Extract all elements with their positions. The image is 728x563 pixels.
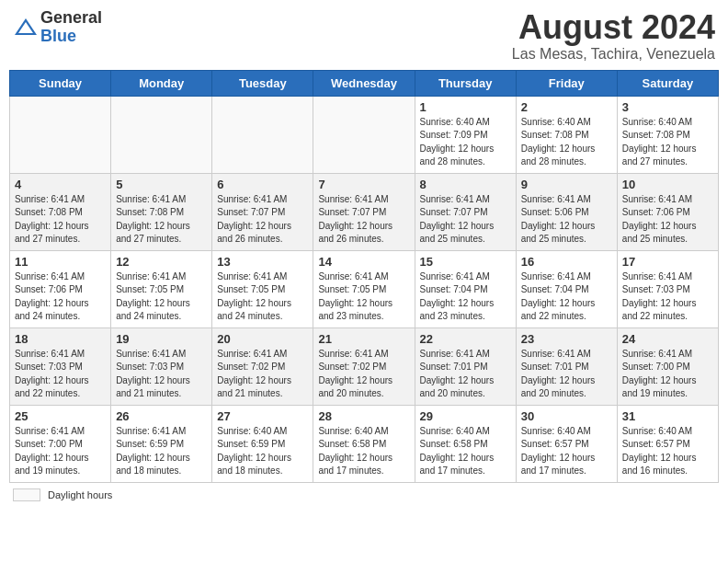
calendar-table: SundayMondayTuesdayWednesdayThursdayFrid…: [9, 70, 719, 483]
day-info: Sunrise: 6:41 AM Sunset: 7:07 PM Dayligh…: [217, 193, 308, 247]
calendar-cell: 17Sunrise: 6:41 AM Sunset: 7:03 PM Dayli…: [617, 250, 718, 327]
calendar-week-row: 1Sunrise: 6:40 AM Sunset: 7:09 PM Daylig…: [10, 96, 719, 173]
calendar-cell: 11Sunrise: 6:41 AM Sunset: 7:06 PM Dayli…: [10, 250, 111, 327]
logo: General Blue: [13, 9, 102, 46]
day-number: 19: [116, 332, 207, 346]
calendar-week-row: 11Sunrise: 6:41 AM Sunset: 7:06 PM Dayli…: [10, 250, 719, 327]
calendar-cell: 23Sunrise: 6:41 AM Sunset: 7:01 PM Dayli…: [516, 327, 617, 405]
day-number: 12: [116, 255, 207, 269]
calendar-cell: 7Sunrise: 6:41 AM Sunset: 7:07 PM Daylig…: [313, 173, 415, 250]
weekday-header-tuesday: Tuesday: [212, 70, 313, 96]
day-number: 31: [622, 409, 713, 423]
calendar-cell: 22Sunrise: 6:41 AM Sunset: 7:01 PM Dayli…: [415, 327, 516, 405]
day-info: Sunrise: 6:40 AM Sunset: 6:57 PM Dayligh…: [622, 425, 713, 478]
calendar-cell: 10Sunrise: 6:41 AM Sunset: 7:06 PM Dayli…: [617, 173, 718, 250]
day-info: Sunrise: 6:41 AM Sunset: 7:03 PM Dayligh…: [15, 348, 106, 401]
month-title: August 2024: [512, 9, 715, 46]
calendar-cell: 21Sunrise: 6:41 AM Sunset: 7:02 PM Dayli…: [313, 327, 415, 405]
calendar-cell: 20Sunrise: 6:41 AM Sunset: 7:02 PM Dayli…: [212, 327, 313, 405]
day-info: Sunrise: 6:40 AM Sunset: 7:09 PM Dayligh…: [420, 116, 511, 169]
day-number: 3: [622, 100, 713, 114]
day-info: Sunrise: 6:41 AM Sunset: 7:00 PM Dayligh…: [622, 348, 713, 401]
calendar-cell: 31Sunrise: 6:40 AM Sunset: 6:57 PM Dayli…: [617, 405, 718, 482]
calendar-cell: [313, 96, 415, 173]
day-number: 25: [15, 409, 106, 423]
day-number: 13: [217, 255, 308, 269]
location-subtitle: Las Mesas, Tachira, Venezuela: [512, 46, 715, 63]
day-number: 16: [521, 255, 612, 269]
weekday-header-row: SundayMondayTuesdayWednesdayThursdayFrid…: [10, 70, 719, 96]
day-info: Sunrise: 6:41 AM Sunset: 5:06 PM Dayligh…: [521, 193, 612, 247]
day-number: 29: [420, 409, 511, 423]
day-number: 10: [622, 178, 713, 191]
day-number: 1: [420, 100, 511, 114]
calendar-cell: 24Sunrise: 6:41 AM Sunset: 7:00 PM Dayli…: [617, 327, 718, 405]
calendar-cell: 30Sunrise: 6:40 AM Sunset: 6:57 PM Dayli…: [516, 405, 617, 482]
calendar-cell: [212, 96, 313, 173]
day-info: Sunrise: 6:41 AM Sunset: 7:02 PM Dayligh…: [318, 348, 409, 401]
day-number: 15: [420, 255, 511, 269]
weekday-header-monday: Monday: [111, 70, 212, 96]
calendar-cell: 2Sunrise: 6:40 AM Sunset: 7:08 PM Daylig…: [516, 96, 617, 173]
day-number: 23: [521, 332, 612, 346]
weekday-header-saturday: Saturday: [617, 70, 718, 96]
day-info: Sunrise: 6:40 AM Sunset: 6:59 PM Dayligh…: [217, 425, 308, 478]
logo-text: General Blue: [40, 9, 102, 46]
page-header: General Blue August 2024 Las Mesas, Tach…: [9, 9, 719, 63]
calendar-cell: 6Sunrise: 6:41 AM Sunset: 7:07 PM Daylig…: [212, 173, 313, 250]
day-info: Sunrise: 6:40 AM Sunset: 6:58 PM Dayligh…: [420, 425, 511, 478]
calendar-week-row: 18Sunrise: 6:41 AM Sunset: 7:03 PM Dayli…: [10, 327, 719, 405]
day-number: 27: [217, 409, 308, 423]
day-info: Sunrise: 6:41 AM Sunset: 7:04 PM Dayligh…: [420, 270, 511, 324]
calendar-cell: 1Sunrise: 6:40 AM Sunset: 7:09 PM Daylig…: [415, 96, 516, 173]
calendar-cell: 4Sunrise: 6:41 AM Sunset: 7:08 PM Daylig…: [10, 173, 111, 250]
day-info: Sunrise: 6:41 AM Sunset: 7:05 PM Dayligh…: [217, 270, 308, 324]
calendar-cell: 26Sunrise: 6:41 AM Sunset: 6:59 PM Dayli…: [111, 405, 212, 482]
day-info: Sunrise: 6:41 AM Sunset: 7:06 PM Dayligh…: [15, 270, 106, 324]
day-info: Sunrise: 6:41 AM Sunset: 7:01 PM Dayligh…: [521, 348, 612, 401]
logo-general-text: General: [40, 9, 102, 28]
day-info: Sunrise: 6:41 AM Sunset: 7:06 PM Dayligh…: [622, 193, 713, 247]
calendar-cell: 3Sunrise: 6:40 AM Sunset: 7:08 PM Daylig…: [617, 96, 718, 173]
day-info: Sunrise: 6:41 AM Sunset: 7:08 PM Dayligh…: [15, 193, 106, 247]
calendar-cell: 29Sunrise: 6:40 AM Sunset: 6:58 PM Dayli…: [415, 405, 516, 482]
day-info: Sunrise: 6:40 AM Sunset: 6:58 PM Dayligh…: [318, 425, 409, 478]
day-number: 30: [521, 409, 612, 423]
calendar-cell: 5Sunrise: 6:41 AM Sunset: 7:08 PM Daylig…: [111, 173, 212, 250]
day-info: Sunrise: 6:41 AM Sunset: 7:07 PM Dayligh…: [318, 193, 409, 247]
calendar-cell: 13Sunrise: 6:41 AM Sunset: 7:05 PM Dayli…: [212, 250, 313, 327]
weekday-header-thursday: Thursday: [415, 70, 516, 96]
calendar-week-row: 4Sunrise: 6:41 AM Sunset: 7:08 PM Daylig…: [10, 173, 719, 250]
day-info: Sunrise: 6:41 AM Sunset: 7:00 PM Dayligh…: [15, 425, 106, 478]
weekday-header-friday: Friday: [516, 70, 617, 96]
day-number: 2: [521, 100, 612, 114]
calendar-cell: 8Sunrise: 6:41 AM Sunset: 7:07 PM Daylig…: [415, 173, 516, 250]
day-number: 22: [420, 332, 511, 346]
legend-label: Daylight hours: [48, 489, 112, 500]
day-info: Sunrise: 6:41 AM Sunset: 7:01 PM Dayligh…: [420, 348, 511, 401]
day-number: 24: [622, 332, 713, 346]
day-number: 14: [318, 255, 409, 269]
day-number: 5: [116, 178, 207, 191]
day-number: 21: [318, 332, 409, 346]
calendar-cell: [111, 96, 212, 173]
day-info: Sunrise: 6:41 AM Sunset: 7:05 PM Dayligh…: [318, 270, 409, 324]
calendar-cell: 18Sunrise: 6:41 AM Sunset: 7:03 PM Dayli…: [10, 327, 111, 405]
day-info: Sunrise: 6:41 AM Sunset: 7:03 PM Dayligh…: [116, 348, 207, 401]
day-number: 8: [420, 178, 511, 191]
day-info: Sunrise: 6:40 AM Sunset: 7:08 PM Dayligh…: [622, 116, 713, 169]
day-info: Sunrise: 6:41 AM Sunset: 7:07 PM Dayligh…: [420, 193, 511, 247]
calendar-cell: 25Sunrise: 6:41 AM Sunset: 7:00 PM Dayli…: [10, 405, 111, 482]
calendar-cell: 9Sunrise: 6:41 AM Sunset: 5:06 PM Daylig…: [516, 173, 617, 250]
day-info: Sunrise: 6:40 AM Sunset: 6:57 PM Dayligh…: [521, 425, 612, 478]
calendar-week-row: 25Sunrise: 6:41 AM Sunset: 7:00 PM Dayli…: [10, 405, 719, 482]
logo-blue-text: Blue: [40, 28, 102, 46]
day-info: Sunrise: 6:41 AM Sunset: 7:05 PM Dayligh…: [116, 270, 207, 324]
day-info: Sunrise: 6:41 AM Sunset: 7:03 PM Dayligh…: [622, 270, 713, 324]
day-info: Sunrise: 6:40 AM Sunset: 7:08 PM Dayligh…: [521, 116, 612, 169]
calendar-cell: 14Sunrise: 6:41 AM Sunset: 7:05 PM Dayli…: [313, 250, 415, 327]
calendar-footer: Daylight hours: [9, 488, 719, 501]
day-info: Sunrise: 6:41 AM Sunset: 6:59 PM Dayligh…: [116, 425, 207, 478]
calendar-cell: 12Sunrise: 6:41 AM Sunset: 7:05 PM Dayli…: [111, 250, 212, 327]
title-block: August 2024 Las Mesas, Tachira, Venezuel…: [512, 9, 715, 63]
